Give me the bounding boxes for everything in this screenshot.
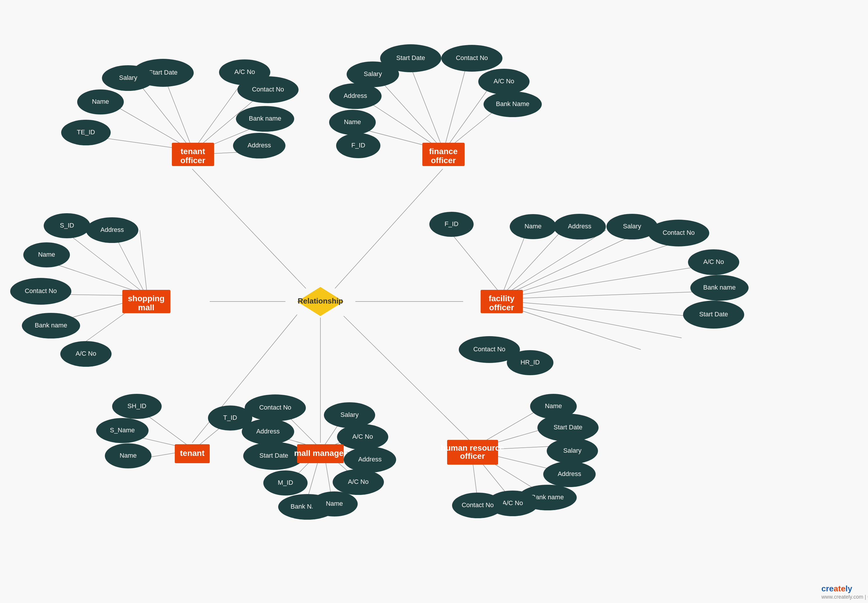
attr-label: Address	[100, 226, 124, 233]
entity-label: mall manager	[294, 448, 347, 458]
attr-label: Address	[358, 456, 382, 463]
entity-label: mall	[138, 303, 154, 312]
svg-line-9	[378, 79, 441, 148]
attr-label: Address	[247, 142, 271, 149]
attr-label: A/C No	[235, 68, 255, 76]
attr-label: S_ID	[60, 222, 74, 229]
attr-label: Name	[525, 223, 542, 230]
attr-label: Bank name	[703, 284, 735, 291]
svg-line-15	[449, 230, 501, 294]
attr-label: A/C No	[494, 77, 514, 85]
attr-label: Contact No	[25, 287, 57, 294]
attr-label: HR_ID	[520, 359, 540, 366]
attr-label: Start Date	[396, 54, 425, 62]
attr-label: Bank name	[35, 322, 67, 329]
svg-line-0	[166, 82, 192, 148]
attr-label: Start Date	[553, 424, 582, 431]
svg-line-2	[114, 105, 189, 148]
entity-label: officer	[489, 303, 514, 312]
attr-label: Name	[344, 118, 361, 125]
attr-label: Bank name	[249, 115, 281, 122]
attr-label: Start Date	[699, 311, 728, 318]
attr-label: Contact No	[462, 501, 494, 509]
attr-label: Name	[38, 251, 56, 258]
attr-label: SH_ID	[128, 402, 147, 410]
attr-label: Salary	[340, 411, 358, 418]
svg-line-8	[411, 67, 443, 148]
attr-label: M_ID	[278, 479, 293, 486]
attr-label: F_ID	[445, 220, 459, 227]
attr-label: Salary	[563, 447, 581, 454]
er-diagram: Start Date Salary Name TE_ID A/C No Cont…	[0, 0, 868, 603]
attr-label: Name	[326, 500, 343, 507]
entity-label: officer	[460, 451, 485, 461]
attr-label: Name	[120, 452, 137, 459]
entity-label: officer	[431, 156, 456, 165]
attr-label: Salary	[364, 70, 382, 77]
attr-label: A/C No	[348, 478, 369, 485]
attr-label: A/C No	[352, 433, 373, 440]
svg-line-21	[509, 265, 708, 297]
logo-sub: www.creately.com | Online Diagramming	[821, 594, 868, 600]
attr-label: Name	[92, 98, 109, 105]
svg-line-57	[335, 169, 443, 288]
entity-label: finance	[429, 147, 457, 156]
svg-line-12	[444, 67, 466, 148]
svg-line-17	[504, 230, 562, 294]
svg-line-56	[192, 169, 306, 288]
entity-label: officer	[180, 156, 205, 165]
attr-label: Address	[568, 223, 592, 230]
logo: creately	[822, 584, 852, 593]
svg-line-18	[505, 230, 606, 294]
attr-label: Contact No	[663, 229, 695, 236]
entity-label: human resource	[441, 443, 504, 452]
attr-label: S_Name	[110, 427, 135, 434]
svg-line-20	[508, 239, 687, 296]
svg-line-16	[502, 230, 527, 294]
svg-line-1	[140, 85, 191, 148]
entity-label: tenant	[181, 147, 205, 156]
attr-label: Start Date	[259, 452, 288, 459]
svg-line-32	[140, 230, 147, 294]
attr-label: F_ID	[351, 142, 365, 149]
attr-label: Contact No	[473, 345, 505, 353]
relationship-label: Relationship	[298, 297, 343, 305]
attr-label: A/C No	[76, 350, 96, 357]
entity-label: shopping	[128, 294, 165, 303]
svg-line-19	[507, 230, 644, 295]
attr-label: Name	[545, 402, 562, 410]
attr-label: TE_ID	[77, 128, 95, 136]
attr-label: Contact No	[252, 86, 284, 93]
attr-label: Salary	[623, 223, 641, 230]
entity-label: tenant	[180, 448, 204, 458]
attr-label: Contact No	[259, 404, 291, 411]
attr-label: A/C No	[502, 499, 523, 507]
attr-label: Address	[344, 92, 367, 99]
attr-label: Salary	[119, 74, 137, 81]
attr-label: T_ID	[223, 414, 237, 421]
attr-label: Address	[256, 428, 280, 435]
attr-label: Bank Name	[496, 100, 530, 108]
svg-line-23	[509, 302, 708, 317]
entity-label: facility	[489, 294, 515, 303]
svg-line-25	[507, 306, 641, 349]
attr-label: Address	[558, 470, 581, 478]
svg-line-22	[510, 291, 711, 298]
attr-label: A/C No	[703, 258, 724, 265]
svg-line-24	[508, 305, 681, 338]
attr-label: Contact No	[456, 54, 488, 62]
